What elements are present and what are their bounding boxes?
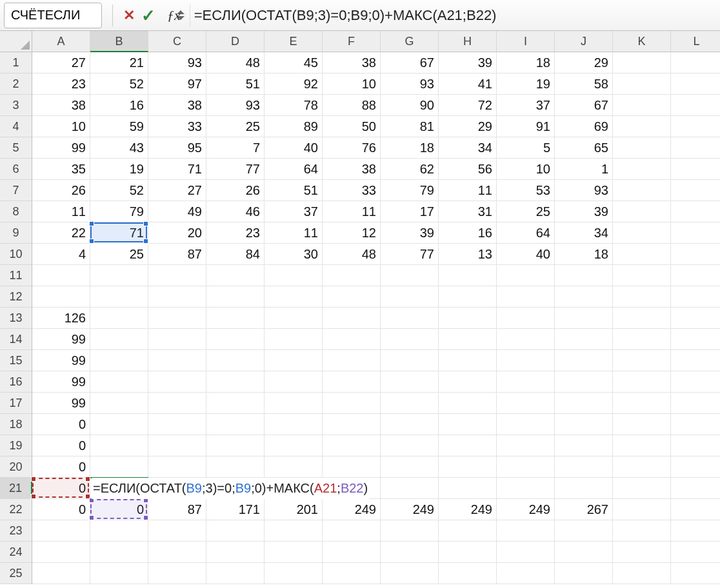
row-header-11[interactable]: 11 (0, 265, 32, 286)
cell-C13[interactable] (148, 308, 206, 329)
cell-K3[interactable] (613, 95, 671, 116)
cell-J14[interactable] (555, 329, 613, 350)
cell-B25[interactable] (90, 563, 148, 584)
cell-L9[interactable] (671, 222, 720, 244)
formula-input[interactable] (194, 7, 720, 24)
cell-G9[interactable]: 39 (381, 222, 439, 244)
cell-F1[interactable]: 38 (323, 52, 381, 74)
cell-L24[interactable] (671, 542, 720, 563)
cell-E23[interactable] (265, 520, 323, 542)
cell-E2[interactable]: 92 (265, 74, 323, 95)
cell-C5[interactable]: 95 (148, 137, 206, 159)
cell-H8[interactable]: 31 (439, 201, 497, 222)
cell-D7[interactable]: 26 (206, 180, 265, 201)
cell-K17[interactable] (613, 393, 671, 414)
cell-H25[interactable] (439, 563, 497, 584)
cell-A1[interactable]: 27 (32, 52, 90, 74)
cell-F21[interactable] (323, 478, 381, 499)
cell-A16[interactable]: 99 (32, 371, 90, 393)
cell-F12[interactable] (323, 286, 381, 308)
cell-F10[interactable]: 48 (323, 244, 381, 265)
cell-I25[interactable] (497, 563, 555, 584)
cell-H17[interactable] (439, 393, 497, 414)
cell-B18[interactable] (90, 414, 148, 435)
cell-I8[interactable]: 25 (497, 201, 555, 222)
cell-J6[interactable]: 1 (555, 159, 613, 180)
fx-icon[interactable]: ƒx (167, 7, 181, 24)
cell-K20[interactable] (613, 456, 671, 478)
row-header-7[interactable]: 7 (0, 180, 32, 201)
cell-A4[interactable]: 10 (32, 116, 90, 137)
cell-A14[interactable]: 99 (32, 329, 90, 350)
cell-D23[interactable] (206, 520, 265, 542)
cell-F3[interactable]: 88 (323, 95, 381, 116)
cell-L8[interactable] (671, 201, 720, 222)
cell-F7[interactable]: 33 (323, 180, 381, 201)
cell-A15[interactable]: 99 (32, 350, 90, 371)
cell-K6[interactable] (613, 159, 671, 180)
cell-C17[interactable] (148, 393, 206, 414)
cell-G15[interactable] (381, 350, 439, 371)
cell-H21[interactable] (439, 478, 497, 499)
cell-G23[interactable] (381, 520, 439, 542)
cell-B13[interactable] (90, 308, 148, 329)
cell-D18[interactable] (206, 414, 265, 435)
cell-L5[interactable] (671, 137, 720, 159)
cell-A25[interactable] (32, 563, 90, 584)
cell-L1[interactable] (671, 52, 720, 74)
cell-D24[interactable] (206, 542, 265, 563)
cell-H6[interactable]: 56 (439, 159, 497, 180)
cell-K5[interactable] (613, 137, 671, 159)
row-header-15[interactable]: 15 (0, 350, 32, 371)
cell-B10[interactable]: 25 (90, 244, 148, 265)
cell-G19[interactable] (381, 435, 439, 456)
cell-H16[interactable] (439, 371, 497, 393)
cell-B4[interactable]: 59 (90, 116, 148, 137)
cell-I21[interactable] (497, 478, 555, 499)
cell-K13[interactable] (613, 308, 671, 329)
cell-E9[interactable]: 11 (265, 222, 323, 244)
cell-G6[interactable]: 62 (381, 159, 439, 180)
cell-J22[interactable]: 267 (555, 499, 613, 520)
cell-D17[interactable] (206, 393, 265, 414)
cell-C15[interactable] (148, 350, 206, 371)
cell-D12[interactable] (206, 286, 265, 308)
cell-I4[interactable]: 91 (497, 116, 555, 137)
cell-H4[interactable]: 29 (439, 116, 497, 137)
cell-F9[interactable]: 12 (323, 222, 381, 244)
cell-K10[interactable] (613, 244, 671, 265)
row-header-17[interactable]: 17 (0, 393, 32, 414)
cell-J2[interactable]: 58 (555, 74, 613, 95)
cell-A18[interactable]: 0 (32, 414, 90, 435)
cell-G25[interactable] (381, 563, 439, 584)
cell-F4[interactable]: 50 (323, 116, 381, 137)
cell-A24[interactable] (32, 542, 90, 563)
cell-L7[interactable] (671, 180, 720, 201)
cell-K25[interactable] (613, 563, 671, 584)
cell-I1[interactable]: 18 (497, 52, 555, 74)
row-header-25[interactable]: 25 (0, 563, 32, 584)
cell-H22[interactable]: 249 (439, 499, 497, 520)
cell-K12[interactable] (613, 286, 671, 308)
cell-E1[interactable]: 45 (265, 52, 323, 74)
cell-L25[interactable] (671, 563, 720, 584)
row-header-10[interactable]: 10 (0, 244, 32, 265)
cell-L23[interactable] (671, 520, 720, 542)
cell-A5[interactable]: 99 (32, 137, 90, 159)
cell-E11[interactable] (265, 265, 323, 286)
cell-J21[interactable] (555, 478, 613, 499)
cell-H23[interactable] (439, 520, 497, 542)
cell-C24[interactable] (148, 542, 206, 563)
cell-E24[interactable] (265, 542, 323, 563)
cell-D9[interactable]: 23 (206, 222, 265, 244)
cell-C12[interactable] (148, 286, 206, 308)
cell-D14[interactable] (206, 329, 265, 350)
cell-L14[interactable] (671, 329, 720, 350)
cell-B1[interactable]: 21 (90, 52, 148, 74)
cell-E25[interactable] (265, 563, 323, 584)
cell-E7[interactable]: 51 (265, 180, 323, 201)
cell-J8[interactable]: 39 (555, 201, 613, 222)
cell-L4[interactable] (671, 116, 720, 137)
cell-K4[interactable] (613, 116, 671, 137)
cell-B19[interactable] (90, 435, 148, 456)
